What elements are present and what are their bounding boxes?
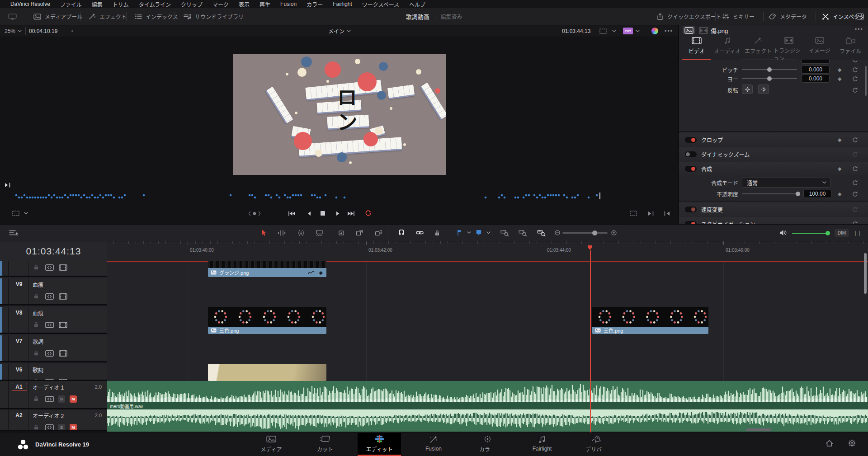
pitch-value[interactable]: 0.000 bbox=[802, 66, 830, 74]
page-4[interactable]: カラー bbox=[460, 433, 514, 455]
timeline-selector[interactable]: メイン bbox=[328, 25, 351, 37]
play-button[interactable] bbox=[333, 204, 343, 222]
clip-grunge[interactable]: グランジ.png ◆ bbox=[208, 261, 326, 277]
inspector-section-2[interactable]: 合成 ◆ bbox=[679, 162, 868, 175]
full-extent-zoom-button[interactable] bbox=[535, 225, 547, 241]
step-back-button[interactable] bbox=[304, 204, 314, 222]
auto-select-icon[interactable] bbox=[45, 350, 54, 357]
page-0[interactable]: メディア bbox=[244, 433, 298, 455]
yaw-value[interactable]: 0.000 bbox=[802, 75, 830, 83]
flip-horizontal-button[interactable] bbox=[742, 85, 753, 94]
opacity-slider-handle[interactable] bbox=[796, 192, 800, 196]
track-name[interactable]: オーディオ 1 bbox=[33, 381, 64, 393]
track-name[interactable]: 歌詞 bbox=[33, 335, 43, 347]
track-id[interactable]: V6 bbox=[10, 364, 28, 376]
settings-gear-icon[interactable] bbox=[848, 439, 856, 447]
track-id[interactable]: V8 bbox=[10, 307, 28, 319]
track-name[interactable]: オーディオ 2 bbox=[33, 409, 64, 421]
keyframe-icon[interactable]: ◆ bbox=[838, 73, 841, 84]
track-row-partial[interactable] bbox=[0, 261, 107, 277]
inspector-section-3[interactable]: 速度変更 bbox=[679, 202, 868, 216]
menu-item-9[interactable]: Fusion bbox=[275, 1, 302, 7]
track-name[interactable]: 歌詞 bbox=[33, 364, 43, 376]
lock-icon[interactable] bbox=[33, 350, 39, 356]
pitch-slider-handle[interactable] bbox=[767, 67, 772, 72]
stop-button[interactable] bbox=[318, 204, 328, 222]
filmstrip-icon[interactable] bbox=[59, 322, 67, 328]
track-id[interactable]: V7 bbox=[10, 335, 28, 347]
composite-mode-dropdown[interactable]: 通常 bbox=[742, 178, 830, 188]
keyframe-icon[interactable]: ◆ bbox=[319, 270, 323, 276]
tab-1[interactable]: オーディオ bbox=[712, 37, 743, 59]
section-toggle[interactable] bbox=[685, 151, 697, 157]
reset-icon[interactable] bbox=[852, 133, 858, 146]
zoom-out-button[interactable] bbox=[552, 225, 563, 241]
inspector-options-icon[interactable]: ••• bbox=[855, 26, 863, 33]
panel-button-0[interactable]: メディアプール bbox=[33, 8, 82, 25]
filmstrip-icon[interactable] bbox=[59, 293, 67, 300]
clip-sanshoku-2[interactable]: 三色.png bbox=[592, 307, 708, 334]
safe-area-icon[interactable] bbox=[599, 25, 607, 37]
section-toggle[interactable] bbox=[685, 166, 697, 172]
lock-icon[interactable] bbox=[33, 293, 39, 299]
lock-icon[interactable] bbox=[33, 396, 39, 401]
timeline-lanes[interactable]: 01:03:40:00 01:03:42:00 01:03:44:00 01:0… bbox=[107, 241, 868, 432]
opacity-slider[interactable] bbox=[742, 193, 800, 194]
reset-icon[interactable] bbox=[852, 84, 858, 96]
timeline-zoom-handle[interactable] bbox=[592, 230, 597, 235]
menu-item-8[interactable]: 再生 bbox=[255, 0, 275, 8]
menu-item-10[interactable]: カラー bbox=[302, 0, 328, 8]
timeline-zoom-slider[interactable] bbox=[562, 232, 608, 234]
mute-button[interactable]: M bbox=[70, 424, 77, 431]
trim-edit-mode-button[interactable] bbox=[276, 225, 288, 241]
proxy-badge[interactable]: PXY bbox=[623, 28, 633, 34]
reset-icon[interactable] bbox=[852, 162, 858, 175]
clip-thumbnail-icon[interactable] bbox=[683, 26, 695, 34]
overwrite-clip-button[interactable] bbox=[354, 225, 365, 241]
meters-icon[interactable]: ❘❘ bbox=[854, 225, 861, 241]
tab-4[interactable]: イメージ bbox=[804, 37, 835, 59]
minimap-playhead[interactable] bbox=[599, 193, 600, 199]
clip-sanshoku-1[interactable]: 三色.png bbox=[208, 307, 326, 334]
replace-clip-button[interactable] bbox=[373, 225, 384, 241]
reset-icon[interactable] bbox=[852, 202, 858, 216]
custom-zoom-button[interactable] bbox=[499, 225, 510, 241]
menu-item-7[interactable]: 表示 bbox=[234, 0, 255, 8]
auto-select-icon[interactable] bbox=[45, 293, 54, 300]
track-row-V6[interactable]: V6 歌詞 bbox=[0, 364, 107, 381]
vertical-scrollbar[interactable] bbox=[864, 253, 867, 294]
mute-button[interactable]: M bbox=[70, 395, 77, 403]
menu-item-13[interactable]: ヘルプ bbox=[404, 0, 430, 8]
menu-item-5[interactable]: クリップ bbox=[176, 0, 208, 8]
page-6[interactable]: デリバー bbox=[569, 433, 623, 455]
viewer-options-icon[interactable]: ••• bbox=[665, 25, 673, 37]
link-clips-button[interactable] bbox=[414, 225, 425, 241]
play-to-end-icon[interactable] bbox=[5, 183, 10, 188]
keyframe-icon[interactable]: ◆ bbox=[838, 133, 841, 146]
filmstrip-icon[interactable] bbox=[59, 264, 67, 271]
home-icon[interactable] bbox=[826, 440, 833, 447]
timeline-ruler[interactable]: 01:03:40:00 01:03:42:00 01:03:44:00 01:0… bbox=[107, 241, 868, 261]
insert-clip-button[interactable] bbox=[335, 225, 347, 241]
dim-button[interactable]: DIM bbox=[835, 229, 849, 237]
horizontal-scrollbar[interactable] bbox=[746, 428, 771, 431]
loop-button[interactable] bbox=[363, 204, 373, 222]
yaw-slider-handle[interactable] bbox=[767, 76, 772, 81]
menu-item-2[interactable]: 編集 bbox=[87, 0, 108, 8]
section-toggle[interactable] bbox=[685, 137, 697, 143]
filmstrip-icon[interactable] bbox=[59, 350, 67, 357]
opacity-value[interactable]: 100.00 bbox=[803, 190, 831, 198]
menu-item-11[interactable]: Fairlight bbox=[328, 1, 357, 7]
flip-vertical-button[interactable] bbox=[758, 85, 769, 94]
reset-icon[interactable] bbox=[852, 147, 858, 161]
snapping-button[interactable] bbox=[396, 225, 407, 241]
lock-icon[interactable] bbox=[33, 424, 39, 430]
track-id[interactable]: A2 bbox=[10, 409, 28, 421]
menu-item-12[interactable]: ワークスペース bbox=[357, 0, 404, 8]
track-row-A1[interactable]: A1 オーディオ 1 2.0 S M bbox=[0, 381, 107, 409]
tab-2[interactable]: エフェクト bbox=[743, 37, 774, 59]
playhead[interactable] bbox=[590, 250, 591, 432]
panel-button-right-1[interactable]: ミキサー bbox=[722, 8, 755, 25]
section-toggle[interactable] bbox=[685, 207, 697, 212]
color-wheel-icon[interactable] bbox=[651, 28, 658, 34]
